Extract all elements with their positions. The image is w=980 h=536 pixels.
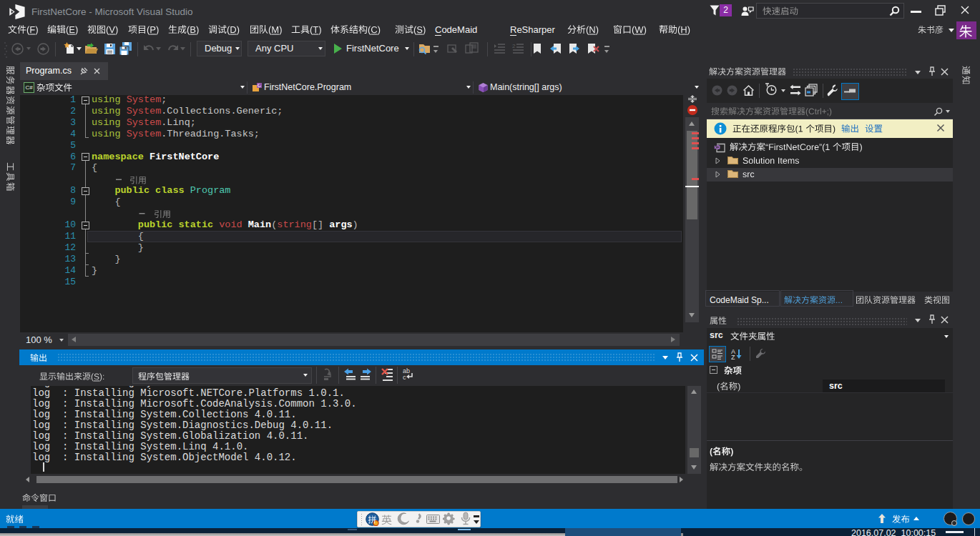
svg-text:Z: Z [731, 354, 735, 360]
svg-text:2: 2 [512, 44, 516, 49]
svg-text:c: c [403, 374, 406, 381]
